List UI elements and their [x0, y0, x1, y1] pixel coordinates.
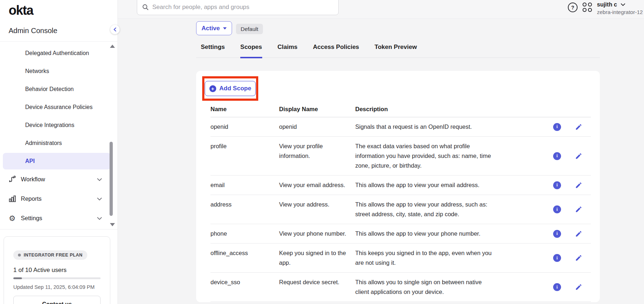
row-actions: i — [553, 248, 591, 268]
sidebar-sub-item[interactable]: API — [3, 153, 111, 169]
scope-name: openid — [210, 122, 279, 132]
sidebar-sub-item-label: Device Integrations — [25, 122, 74, 128]
plan-badge: INTEGRATOR FREE PLAN — [13, 250, 87, 260]
sidebar-sub-item[interactable]: Administrators — [3, 134, 111, 152]
plan-updated-timestamp: Updated Sep 11, 2025, 6:04:09 PM — [13, 284, 101, 290]
search-icon — [142, 4, 149, 10]
sidebar-sub-item-label: API — [25, 158, 35, 164]
row-actions: i — [553, 122, 591, 132]
tab-label: Token Preview — [375, 44, 417, 50]
scope-display-name: View your address. — [279, 200, 355, 219]
sidebar-sub-item[interactable]: Delegated Authentication — [3, 44, 111, 62]
scope-display-name: View your phone number. — [279, 229, 355, 239]
edit-pencil-icon[interactable] — [575, 254, 582, 262]
sidebar-sub-item[interactable]: Device Assurance Policies — [3, 98, 111, 116]
active-users-count: 1 of 10 Active users — [13, 267, 101, 274]
edit-pencil-icon[interactable] — [575, 206, 582, 213]
table-header: Name Display Name Description — [210, 102, 591, 117]
tab[interactable]: Scopes — [240, 44, 262, 58]
tab-bar: Settings Scopes Claims Access Policies T… — [196, 44, 600, 58]
scopes-table: Name Display Name Description openid ope… — [210, 102, 591, 302]
tab-label: Settings — [201, 44, 225, 50]
scope-name: profile — [210, 141, 279, 171]
sidebar-item-settings[interactable]: ⚙ Settings — [0, 208, 118, 228]
user-menu[interactable]: sujith c zebra-integrator-12 — [597, 1, 644, 15]
okta-logo: okta — [9, 3, 33, 18]
sidebar-sub-item[interactable]: Device Integrations — [3, 116, 111, 134]
sidebar-nav: Delegated Authentication Networks Behavi… — [0, 44, 118, 228]
scope-description: This keeps you signed in to the app, eve… — [355, 248, 504, 268]
scope-description: The exact data varies based on what prof… — [355, 141, 504, 171]
scroll-down-arrow[interactable] — [110, 223, 115, 226]
org-name: zebra-integrator-12 — [597, 9, 644, 15]
edit-pencil-icon[interactable] — [575, 230, 582, 237]
row-actions: i — [553, 229, 591, 239]
scope-name: offline_access — [210, 248, 279, 268]
chevron-down-icon — [621, 3, 625, 6]
scope-name: address — [210, 200, 279, 219]
plan-card: INTEGRATOR FREE PLAN 1 of 10 Active user… — [4, 236, 110, 304]
sidebar-sub-item[interactable]: Networks — [3, 62, 111, 80]
table-row: openid openid Signals that a request is … — [210, 117, 591, 137]
row-actions: i — [553, 180, 591, 190]
apps-grid-icon[interactable] — [583, 3, 593, 13]
scroll-up-arrow[interactable] — [110, 45, 115, 48]
table-row: offline_access Keep you signed in to the… — [210, 244, 591, 273]
info-icon[interactable]: i — [553, 181, 561, 189]
sidebar-divider — [0, 41, 118, 42]
tab[interactable]: Access Policies — [313, 44, 359, 58]
table-row: email View your email address. This allo… — [210, 176, 591, 195]
add-scope-label: Add Scope — [219, 85, 251, 92]
sidebar-item-reports[interactable]: Reports — [0, 189, 118, 208]
console-title: Admin Console — [9, 27, 57, 35]
edit-pencil-icon[interactable] — [575, 153, 582, 160]
user-name: sujith c — [597, 1, 617, 8]
plan-status-dot — [18, 254, 21, 257]
tab[interactable]: Claims — [278, 44, 298, 58]
sidebar-collapse-button[interactable] — [110, 25, 120, 34]
edit-pencil-icon[interactable] — [575, 123, 582, 131]
main-content: Active Default Settings Scopes Claims Ac… — [118, 19, 644, 304]
add-scope-button[interactable]: + Add Scope — [205, 81, 256, 96]
edit-pencil-icon[interactable] — [575, 182, 582, 189]
help-icon[interactable]: ? — [568, 3, 578, 12]
sidebar-sub-item[interactable]: Behavior Detection — [3, 80, 111, 98]
status-dropdown[interactable]: Active — [196, 21, 232, 35]
table-row: device_sso Request device secret. This a… — [210, 273, 591, 302]
sidebar-item-workflow[interactable]: Workflow — [0, 169, 118, 189]
scopes-panel: + Add Scope Name Display Name Descriptio… — [196, 71, 600, 302]
column-header-name: Name — [210, 106, 279, 113]
sidebar-sub-item-label: Behavior Detection — [25, 86, 74, 92]
table-row: profile View your profile information. T… — [210, 137, 591, 176]
scope-description: This allows the app to view your phone n… — [355, 229, 504, 239]
edit-pencil-icon[interactable] — [575, 283, 582, 291]
scope-name: phone — [210, 229, 279, 239]
tab-label: Claims — [278, 44, 298, 50]
info-icon[interactable]: i — [553, 123, 561, 131]
info-icon[interactable]: i — [553, 230, 561, 238]
info-icon[interactable]: i — [553, 254, 561, 262]
dropdown-caret-icon — [223, 27, 227, 30]
status-dropdown-label: Active — [201, 25, 220, 32]
scope-display-name: openid — [279, 122, 355, 132]
sidebar-sub-item-label: Administrators — [25, 140, 62, 146]
contact-us-button[interactable]: Contact us — [13, 296, 101, 304]
topbar: ? sujith c zebra-integrator-12 — [118, 0, 644, 19]
info-icon[interactable]: i — [553, 283, 561, 291]
scope-display-name: View your profile information. — [279, 141, 355, 171]
sidebar-sub-item-label: Delegated Authentication — [25, 50, 89, 56]
sidebar-scrollbar-thumb[interactable] — [110, 142, 113, 216]
info-icon[interactable]: i — [553, 205, 561, 213]
chevron-down-icon — [97, 195, 102, 202]
chevron-left-icon — [113, 27, 117, 32]
scope-name: email — [210, 180, 279, 190]
tab[interactable]: Token Preview — [375, 44, 417, 58]
scope-display-name: Keep you signed in to the app. — [279, 248, 355, 268]
global-search[interactable] — [137, 0, 339, 15]
row-actions: i — [553, 141, 591, 171]
sidebar-sub-item-label: Device Assurance Policies — [25, 104, 93, 110]
info-icon[interactable]: i — [553, 152, 561, 160]
tab[interactable]: Settings — [201, 44, 225, 58]
scope-display-name: Request device secret. — [279, 277, 355, 297]
search-input[interactable] — [152, 4, 333, 11]
